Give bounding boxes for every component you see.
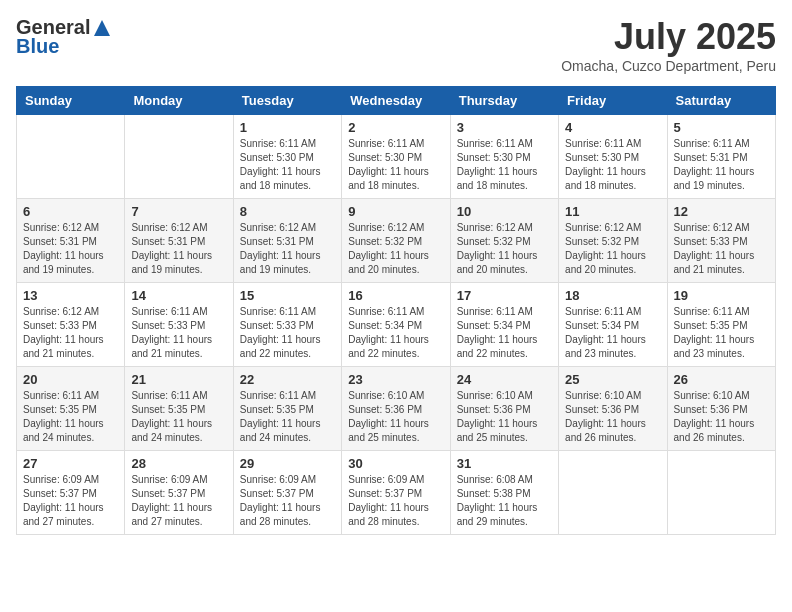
day-cell: 20Sunrise: 6:11 AMSunset: 5:35 PMDayligh…	[17, 367, 125, 451]
day-cell: 27Sunrise: 6:09 AMSunset: 5:37 PMDayligh…	[17, 451, 125, 535]
day-info: Sunrise: 6:09 AMSunset: 5:37 PMDaylight:…	[348, 473, 443, 529]
day-info: Sunrise: 6:09 AMSunset: 5:37 PMDaylight:…	[240, 473, 335, 529]
day-info: Sunrise: 6:11 AMSunset: 5:34 PMDaylight:…	[348, 305, 443, 361]
day-number: 4	[565, 120, 660, 135]
logo-blue: Blue	[16, 35, 59, 58]
day-number: 3	[457, 120, 552, 135]
column-header-thursday: Thursday	[450, 87, 558, 115]
day-number: 31	[457, 456, 552, 471]
column-header-saturday: Saturday	[667, 87, 775, 115]
location: Omacha, Cuzco Department, Peru	[561, 58, 776, 74]
day-cell: 1Sunrise: 6:11 AMSunset: 5:30 PMDaylight…	[233, 115, 341, 199]
month-title: July 2025	[561, 16, 776, 58]
day-info: Sunrise: 6:10 AMSunset: 5:36 PMDaylight:…	[457, 389, 552, 445]
column-header-friday: Friday	[559, 87, 667, 115]
week-row-2: 6Sunrise: 6:12 AMSunset: 5:31 PMDaylight…	[17, 199, 776, 283]
day-info: Sunrise: 6:12 AMSunset: 5:31 PMDaylight:…	[23, 221, 118, 277]
day-cell: 9Sunrise: 6:12 AMSunset: 5:32 PMDaylight…	[342, 199, 450, 283]
page-header: General Blue July 2025 Omacha, Cuzco Dep…	[16, 16, 776, 74]
day-number: 24	[457, 372, 552, 387]
day-info: Sunrise: 6:11 AMSunset: 5:35 PMDaylight:…	[131, 389, 226, 445]
svg-marker-0	[94, 20, 110, 36]
day-number: 29	[240, 456, 335, 471]
day-cell: 12Sunrise: 6:12 AMSunset: 5:33 PMDayligh…	[667, 199, 775, 283]
day-cell: 25Sunrise: 6:10 AMSunset: 5:36 PMDayligh…	[559, 367, 667, 451]
day-cell: 11Sunrise: 6:12 AMSunset: 5:32 PMDayligh…	[559, 199, 667, 283]
day-cell: 21Sunrise: 6:11 AMSunset: 5:35 PMDayligh…	[125, 367, 233, 451]
day-info: Sunrise: 6:11 AMSunset: 5:30 PMDaylight:…	[565, 137, 660, 193]
day-number: 2	[348, 120, 443, 135]
week-row-3: 13Sunrise: 6:12 AMSunset: 5:33 PMDayligh…	[17, 283, 776, 367]
day-cell: 10Sunrise: 6:12 AMSunset: 5:32 PMDayligh…	[450, 199, 558, 283]
logo-icon	[92, 18, 112, 38]
day-info: Sunrise: 6:11 AMSunset: 5:35 PMDaylight:…	[23, 389, 118, 445]
day-info: Sunrise: 6:11 AMSunset: 5:35 PMDaylight:…	[674, 305, 769, 361]
day-info: Sunrise: 6:11 AMSunset: 5:33 PMDaylight:…	[240, 305, 335, 361]
day-info: Sunrise: 6:11 AMSunset: 5:33 PMDaylight:…	[131, 305, 226, 361]
day-cell	[667, 451, 775, 535]
day-number: 26	[674, 372, 769, 387]
day-number: 5	[674, 120, 769, 135]
day-number: 8	[240, 204, 335, 219]
day-cell: 29Sunrise: 6:09 AMSunset: 5:37 PMDayligh…	[233, 451, 341, 535]
day-cell: 2Sunrise: 6:11 AMSunset: 5:30 PMDaylight…	[342, 115, 450, 199]
calendar-table: SundayMondayTuesdayWednesdayThursdayFrid…	[16, 86, 776, 535]
day-info: Sunrise: 6:08 AMSunset: 5:38 PMDaylight:…	[457, 473, 552, 529]
day-info: Sunrise: 6:11 AMSunset: 5:35 PMDaylight:…	[240, 389, 335, 445]
day-cell: 15Sunrise: 6:11 AMSunset: 5:33 PMDayligh…	[233, 283, 341, 367]
day-info: Sunrise: 6:12 AMSunset: 5:31 PMDaylight:…	[131, 221, 226, 277]
day-number: 22	[240, 372, 335, 387]
day-number: 27	[23, 456, 118, 471]
day-cell: 5Sunrise: 6:11 AMSunset: 5:31 PMDaylight…	[667, 115, 775, 199]
day-cell: 4Sunrise: 6:11 AMSunset: 5:30 PMDaylight…	[559, 115, 667, 199]
day-number: 30	[348, 456, 443, 471]
calendar-header-row: SundayMondayTuesdayWednesdayThursdayFrid…	[17, 87, 776, 115]
day-info: Sunrise: 6:11 AMSunset: 5:30 PMDaylight:…	[240, 137, 335, 193]
day-info: Sunrise: 6:10 AMSunset: 5:36 PMDaylight:…	[565, 389, 660, 445]
day-number: 6	[23, 204, 118, 219]
week-row-5: 27Sunrise: 6:09 AMSunset: 5:37 PMDayligh…	[17, 451, 776, 535]
day-number: 13	[23, 288, 118, 303]
day-cell: 18Sunrise: 6:11 AMSunset: 5:34 PMDayligh…	[559, 283, 667, 367]
day-number: 10	[457, 204, 552, 219]
day-cell	[559, 451, 667, 535]
day-info: Sunrise: 6:12 AMSunset: 5:31 PMDaylight:…	[240, 221, 335, 277]
day-info: Sunrise: 6:12 AMSunset: 5:32 PMDaylight:…	[565, 221, 660, 277]
day-cell: 8Sunrise: 6:12 AMSunset: 5:31 PMDaylight…	[233, 199, 341, 283]
day-cell: 28Sunrise: 6:09 AMSunset: 5:37 PMDayligh…	[125, 451, 233, 535]
day-number: 28	[131, 456, 226, 471]
day-cell: 26Sunrise: 6:10 AMSunset: 5:36 PMDayligh…	[667, 367, 775, 451]
day-cell: 24Sunrise: 6:10 AMSunset: 5:36 PMDayligh…	[450, 367, 558, 451]
day-info: Sunrise: 6:11 AMSunset: 5:30 PMDaylight:…	[348, 137, 443, 193]
day-info: Sunrise: 6:11 AMSunset: 5:31 PMDaylight:…	[674, 137, 769, 193]
logo: General Blue	[16, 16, 114, 58]
day-cell: 23Sunrise: 6:10 AMSunset: 5:36 PMDayligh…	[342, 367, 450, 451]
day-number: 15	[240, 288, 335, 303]
day-number: 23	[348, 372, 443, 387]
day-number: 21	[131, 372, 226, 387]
column-header-sunday: Sunday	[17, 87, 125, 115]
day-number: 12	[674, 204, 769, 219]
day-cell: 17Sunrise: 6:11 AMSunset: 5:34 PMDayligh…	[450, 283, 558, 367]
day-info: Sunrise: 6:10 AMSunset: 5:36 PMDaylight:…	[674, 389, 769, 445]
day-cell: 7Sunrise: 6:12 AMSunset: 5:31 PMDaylight…	[125, 199, 233, 283]
day-info: Sunrise: 6:12 AMSunset: 5:33 PMDaylight:…	[674, 221, 769, 277]
day-cell: 30Sunrise: 6:09 AMSunset: 5:37 PMDayligh…	[342, 451, 450, 535]
title-section: July 2025 Omacha, Cuzco Department, Peru	[561, 16, 776, 74]
day-info: Sunrise: 6:12 AMSunset: 5:32 PMDaylight:…	[348, 221, 443, 277]
day-info: Sunrise: 6:11 AMSunset: 5:30 PMDaylight:…	[457, 137, 552, 193]
day-cell: 13Sunrise: 6:12 AMSunset: 5:33 PMDayligh…	[17, 283, 125, 367]
day-cell: 3Sunrise: 6:11 AMSunset: 5:30 PMDaylight…	[450, 115, 558, 199]
day-info: Sunrise: 6:12 AMSunset: 5:32 PMDaylight:…	[457, 221, 552, 277]
day-number: 16	[348, 288, 443, 303]
day-cell	[17, 115, 125, 199]
day-cell: 19Sunrise: 6:11 AMSunset: 5:35 PMDayligh…	[667, 283, 775, 367]
day-number: 20	[23, 372, 118, 387]
day-number: 19	[674, 288, 769, 303]
day-cell: 14Sunrise: 6:11 AMSunset: 5:33 PMDayligh…	[125, 283, 233, 367]
day-cell: 6Sunrise: 6:12 AMSunset: 5:31 PMDaylight…	[17, 199, 125, 283]
day-cell: 31Sunrise: 6:08 AMSunset: 5:38 PMDayligh…	[450, 451, 558, 535]
week-row-1: 1Sunrise: 6:11 AMSunset: 5:30 PMDaylight…	[17, 115, 776, 199]
column-header-monday: Monday	[125, 87, 233, 115]
day-cell: 16Sunrise: 6:11 AMSunset: 5:34 PMDayligh…	[342, 283, 450, 367]
